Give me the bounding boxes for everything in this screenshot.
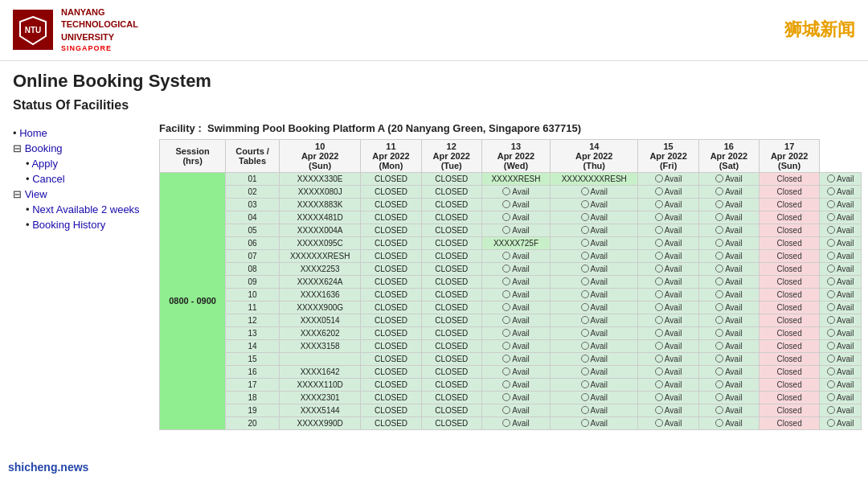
radio-button[interactable]: [502, 187, 510, 195]
date-cell[interactable]: Avail: [638, 391, 698, 404]
radio-button[interactable]: [827, 303, 835, 311]
radio-button[interactable]: [655, 290, 663, 298]
date-cell[interactable]: Avail: [481, 365, 550, 378]
date-cell[interactable]: Avail: [698, 301, 759, 314]
radio-button[interactable]: [655, 239, 663, 247]
radio-button[interactable]: [581, 277, 589, 285]
date-cell[interactable]: Avail: [698, 391, 759, 404]
radio-button[interactable]: [655, 252, 663, 260]
radio-button[interactable]: [827, 239, 835, 247]
date-cell[interactable]: Avail: [638, 211, 698, 224]
date-cell[interactable]: Avail: [551, 185, 638, 198]
sidebar-item-apply[interactable]: Apply: [13, 156, 140, 171]
radio-button[interactable]: [502, 329, 510, 337]
radio-button[interactable]: [502, 252, 510, 260]
radio-button[interactable]: [827, 187, 835, 195]
date-cell[interactable]: Avail: [638, 326, 698, 339]
date-cell[interactable]: Avail: [551, 365, 638, 378]
date-cell[interactable]: Avail: [638, 236, 698, 249]
radio-button[interactable]: [655, 316, 663, 324]
radio-button[interactable]: [715, 367, 723, 375]
date-cell[interactable]: Avail: [481, 211, 550, 224]
date-cell[interactable]: Avail: [551, 378, 638, 391]
radio-button[interactable]: [715, 252, 723, 260]
radio-button[interactable]: [655, 226, 663, 234]
date-cell[interactable]: Avail: [638, 365, 698, 378]
date-cell[interactable]: Avail: [698, 249, 759, 262]
date-cell[interactable]: Avail: [481, 416, 550, 429]
radio-button[interactable]: [502, 419, 510, 427]
date-cell[interactable]: Avail: [698, 224, 759, 236]
date-cell[interactable]: Avail: [638, 172, 698, 185]
date-cell[interactable]: Avail: [698, 416, 759, 429]
date-cell[interactable]: Avail: [638, 404, 698, 416]
radio-button[interactable]: [581, 367, 589, 375]
radio-button[interactable]: [827, 406, 835, 414]
sidebar-item-cancel[interactable]: Cancel: [13, 171, 140, 187]
radio-button[interactable]: [655, 200, 663, 208]
date-cell[interactable]: Avail: [820, 288, 862, 301]
date-cell[interactable]: Avail: [551, 288, 638, 301]
radio-button[interactable]: [655, 265, 663, 273]
radio-button[interactable]: [827, 393, 835, 401]
date-cell[interactable]: Avail: [481, 339, 550, 352]
date-cell[interactable]: Avail: [551, 314, 638, 326]
radio-button[interactable]: [502, 367, 510, 375]
radio-button[interactable]: [502, 380, 510, 388]
radio-button[interactable]: [715, 329, 723, 337]
radio-button[interactable]: [655, 342, 663, 350]
radio-button[interactable]: [827, 316, 835, 324]
radio-button[interactable]: [502, 200, 510, 208]
radio-button[interactable]: [827, 355, 835, 363]
date-cell[interactable]: Avail: [698, 236, 759, 249]
radio-button[interactable]: [581, 355, 589, 363]
date-cell[interactable]: Avail: [551, 404, 638, 416]
radio-button[interactable]: [502, 355, 510, 363]
date-cell[interactable]: Avail: [698, 339, 759, 352]
date-cell[interactable]: Avail: [820, 301, 862, 314]
date-cell[interactable]: Avail: [820, 172, 862, 185]
date-cell[interactable]: Avail: [638, 275, 698, 288]
date-cell[interactable]: Avail: [481, 198, 550, 211]
date-cell[interactable]: Avail: [638, 339, 698, 352]
sidebar-item-next-available[interactable]: Next Available 2 weeks: [13, 202, 140, 217]
radio-button[interactable]: [502, 342, 510, 350]
radio-button[interactable]: [715, 380, 723, 388]
date-cell[interactable]: Avail: [820, 314, 862, 326]
radio-button[interactable]: [827, 380, 835, 388]
radio-button[interactable]: [715, 213, 723, 221]
radio-button[interactable]: [827, 174, 835, 183]
radio-button[interactable]: [715, 277, 723, 285]
radio-button[interactable]: [502, 303, 510, 311]
date-cell[interactable]: Avail: [698, 211, 759, 224]
date-cell[interactable]: Avail: [698, 172, 759, 185]
radio-button[interactable]: [827, 342, 835, 350]
radio-button[interactable]: [581, 342, 589, 350]
radio-button[interactable]: [655, 303, 663, 311]
date-cell[interactable]: Avail: [481, 224, 550, 236]
date-cell[interactable]: Avail: [638, 249, 698, 262]
date-cell[interactable]: Avail: [638, 416, 698, 429]
radio-button[interactable]: [655, 367, 663, 375]
radio-button[interactable]: [581, 239, 589, 247]
date-cell[interactable]: Avail: [481, 288, 550, 301]
radio-button[interactable]: [581, 200, 589, 208]
radio-button[interactable]: [655, 355, 663, 363]
radio-button[interactable]: [502, 393, 510, 401]
radio-button[interactable]: [502, 290, 510, 298]
radio-button[interactable]: [581, 290, 589, 298]
date-cell[interactable]: Avail: [551, 198, 638, 211]
date-cell[interactable]: Avail: [820, 185, 862, 198]
radio-button[interactable]: [827, 213, 835, 221]
date-cell[interactable]: Avail: [481, 314, 550, 326]
date-cell[interactable]: Avail: [481, 404, 550, 416]
date-cell[interactable]: Avail: [820, 404, 862, 416]
date-cell[interactable]: Avail: [820, 249, 862, 262]
date-cell[interactable]: Avail: [551, 262, 638, 275]
date-cell[interactable]: Avail: [638, 198, 698, 211]
date-cell[interactable]: Avail: [820, 391, 862, 404]
radio-button[interactable]: [715, 174, 723, 183]
date-cell[interactable]: Avail: [551, 236, 638, 249]
radio-button[interactable]: [827, 226, 835, 234]
date-cell[interactable]: Avail: [820, 198, 862, 211]
